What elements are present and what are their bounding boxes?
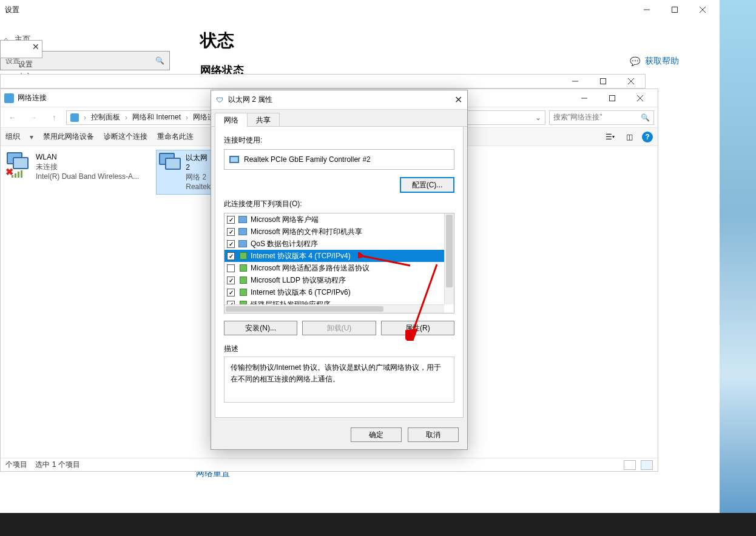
tiles-view-button[interactable] (641, 460, 653, 470)
adapter-icon (229, 156, 239, 163)
toolbar-organize[interactable]: 组织 (5, 132, 20, 142)
tab-strip: 网络 共享 (211, 110, 467, 127)
chevron-down-icon[interactable]: ⌄ (535, 113, 541, 122)
checkbox[interactable]: ✓ (227, 276, 235, 284)
breadcrumb-seg[interactable]: 网络和 Internet (132, 112, 181, 122)
scrollbar-thumb[interactable] (446, 215, 453, 287)
breadcrumb-seg[interactable]: 控制面板 (91, 112, 120, 122)
search-icon: 🔍 (641, 113, 650, 122)
connection-item-wlan[interactable]: ✖ WLAN 未连接 Intel(R) Dual Band Wireless-A… (4, 150, 156, 184)
list-item[interactable]: ✓Internet 协议版本 4 (TCP/IPv4) (224, 250, 444, 262)
items-listbox[interactable]: ✓Microsoft 网络客户端✓Microsoft 网络的文件和打印机共享✓Q… (224, 213, 454, 313)
connection-item-ethernet[interactable]: 以太网 2 网络 2 Realtek (156, 150, 214, 195)
toolbar-disable[interactable]: 禁用此网络设备 (43, 132, 94, 142)
minimize-button[interactable] (561, 75, 589, 88)
checkbox[interactable]: ✓ (227, 216, 235, 224)
netconn-search-input[interactable]: 搜索"网络连接" 🔍 (549, 110, 654, 125)
maximize-button[interactable] (598, 90, 626, 107)
scrollbar-horizontal[interactable] (224, 304, 444, 313)
close-button[interactable] (626, 90, 654, 107)
tab-sharing[interactable]: 共享 (247, 113, 280, 127)
checkbox[interactable]: ✓ (227, 240, 235, 248)
service-icon (238, 240, 247, 247)
conn-name: 以太网 2 (186, 153, 211, 172)
connect-using-label: 连接时使用: (224, 135, 454, 146)
list-item[interactable]: ✓Microsoft 网络的文件和打印机共享 (224, 226, 444, 238)
taskbar[interactable] (0, 513, 756, 536)
mini-window: ✕ (0, 40, 42, 58)
items-list-label: 此连接使用下列项目(O): (224, 199, 454, 209)
checkbox[interactable]: ✓ (227, 252, 235, 260)
close-icon[interactable]: ✕ (32, 42, 39, 52)
protocol-icon (240, 289, 247, 296)
adapter-name: Realtek PCIe GbE Family Controller #2 (244, 155, 371, 164)
breadcrumb-icon (70, 113, 79, 122)
settings-title: 设置 (5, 5, 19, 15)
install-button[interactable]: 安装(N)... (224, 321, 297, 335)
props-titlebar[interactable]: 🛡 以太网 2 属性 ✕ (211, 90, 467, 110)
help-icon[interactable]: ? (642, 132, 653, 142)
checkbox[interactable]: ✓ (227, 289, 235, 296)
service-icon (238, 228, 247, 235)
list-item-label: Microsoft 网络适配器多路传送器协议 (251, 263, 370, 273)
mini-line1: 设置 (18, 59, 33, 70)
list-item-label: 链路层拓扑发现响应程序 (251, 300, 331, 305)
toolbar-diagnose[interactable]: 诊断这个连接 (104, 132, 147, 142)
ok-button[interactable]: 确定 (351, 427, 402, 442)
properties-button[interactable]: 属性(R) (381, 321, 454, 335)
list-item-label: QoS 数据包计划程序 (251, 239, 318, 249)
help-chat-icon: 💬 (630, 56, 640, 66)
list-item[interactable]: ✓Internet 协议版本 6 (TCP/IPv6) (224, 286, 444, 298)
svg-rect-1 (672, 7, 678, 13)
list-item[interactable]: Microsoft 网络适配器多路传送器协议 (224, 262, 444, 274)
ethernet-icon (159, 153, 181, 177)
chevron-right-icon: › (184, 113, 189, 122)
minimize-button[interactable] (633, 0, 661, 19)
cancel-button[interactable]: 取消 (408, 427, 459, 442)
close-button[interactable] (689, 0, 717, 19)
service-icon (238, 216, 247, 223)
maximize-button[interactable] (589, 75, 617, 88)
scrollbar-vertical[interactable] (444, 213, 454, 304)
conn-device: Realtek (186, 182, 211, 192)
protocol-icon (240, 276, 247, 284)
list-item[interactable]: ✓Microsoft 网络客户端 (224, 213, 444, 226)
search-icon: 🔍 (155, 56, 164, 65)
back-button[interactable]: ← (4, 110, 21, 125)
tab-network[interactable]: 网络 (215, 113, 248, 127)
checkbox[interactable]: ✓ (227, 228, 235, 236)
desktop-background (720, 0, 756, 536)
adapter-display: Realtek PCIe GbE Family Controller #2 (224, 149, 454, 170)
help-link-label: 获取帮助 (645, 56, 679, 67)
forward-button[interactable]: → (25, 110, 42, 125)
get-help-link[interactable]: 💬 获取帮助 (630, 56, 679, 67)
ethernet-properties-dialog: 🛡 以太网 2 属性 ✕ 网络 共享 连接时使用: Realtek PCIe G… (211, 90, 468, 450)
netconn-title: 网络连接 (18, 93, 47, 103)
close-button[interactable] (617, 75, 645, 88)
status-count: 个项目 (5, 460, 27, 469)
close-button[interactable]: ✕ (454, 94, 462, 106)
chevron-down-icon[interactable]: ▾ (30, 133, 33, 141)
page-heading: 状态 (200, 29, 698, 52)
list-item[interactable]: ✓Microsoft LLDP 协议驱动程序 (224, 274, 444, 286)
configure-button[interactable]: 配置(C)... (400, 177, 454, 193)
list-item[interactable]: ✓链路层拓扑发现响应程序 (224, 298, 444, 304)
chevron-right-icon: › (83, 113, 87, 122)
list-item[interactable]: ✓QoS 数据包计划程序 (224, 238, 444, 250)
view-options-button[interactable]: ☰▾ (603, 130, 616, 144)
conn-device: Intel(R) Dual Band Wireless-A... (36, 172, 139, 181)
explorer1-controls (0, 74, 646, 89)
scrollbar-thumb[interactable] (226, 306, 383, 312)
maximize-button[interactable] (661, 0, 689, 19)
description-label: 描述 (224, 344, 454, 354)
preview-pane-button[interactable]: ◫ (623, 130, 636, 144)
toolbar-rename[interactable]: 重命名此连 (157, 132, 194, 142)
minimize-button[interactable] (570, 90, 598, 107)
up-button[interactable]: ↑ (46, 110, 62, 125)
details-view-button[interactable] (624, 460, 636, 470)
conn-status: 未连接 (36, 162, 139, 172)
search-placeholder: 搜索"网络连接" (553, 112, 602, 122)
uninstall-button: 卸载(U) (302, 321, 376, 335)
svg-rect-5 (601, 79, 606, 84)
checkbox[interactable] (227, 264, 235, 272)
